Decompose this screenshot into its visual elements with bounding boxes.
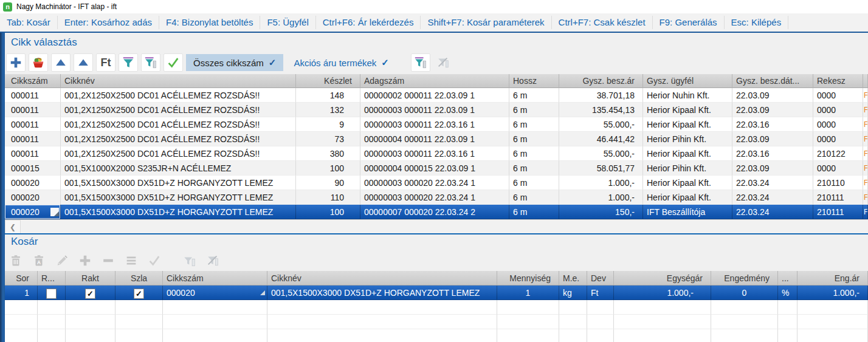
cikkszam-cell-focused[interactable]: 000020 (5, 205, 61, 219)
col-header-cikkszam[interactable]: Cikkszám (163, 271, 267, 286)
svg-text:A: A (37, 260, 41, 265)
table-row-selected[interactable]: 000020 001,5X1500X3000 DX51D+Z HORGANYZO… (5, 205, 868, 219)
empty-row[interactable] (5, 315, 868, 329)
section-title-cikk: Cikk választás (11, 36, 77, 49)
kosar-cikkszam-cell[interactable]: 000020 (163, 286, 267, 300)
filter-clear-icon (206, 254, 219, 267)
col-header-rakt[interactable]: Rakt (66, 271, 115, 286)
col-header-mennyiseg[interactable]: Mennyiség (497, 271, 559, 286)
app-window: n Nagy Machinátor - IFT alap - ift Tab: … (0, 0, 868, 342)
col-header-engar[interactable]: Eng.ár (797, 271, 868, 286)
scroll-left-icon: ❮ (10, 223, 16, 231)
horizontal-scrollbar[interactable]: ❮ (5, 219, 868, 234)
col-header-dots[interactable]: ... (778, 271, 797, 286)
check-icon (148, 254, 161, 267)
kosar-filter-button[interactable] (180, 251, 199, 270)
move-up-button[interactable] (51, 53, 71, 72)
table-row[interactable]: 000020001,5X1500X3000 DX51D+Z HORGANYZOT… (5, 190, 868, 205)
menu-item-tab-kosar[interactable]: Tab: Kosár (0, 16, 58, 29)
col-header-keszlet[interactable]: Készlet (296, 74, 360, 88)
accept-button[interactable] (145, 251, 164, 270)
kosar-table: Sor R... Rakt Szla Cikkszám Cikknév Menn… (5, 271, 868, 342)
pencil-icon (55, 254, 69, 267)
col-header-beszar[interactable]: Gysz. besz.ár (559, 74, 643, 88)
kosar-clear-filter-button[interactable] (203, 251, 222, 270)
window-title: Nagy Machinátor - IFT alap - ift (16, 2, 117, 11)
confirm-button[interactable] (164, 53, 183, 72)
col-header-ugyfel[interactable]: Gysz. ügyfél (643, 74, 732, 88)
filter-clear-icon (436, 56, 450, 69)
plus-icon (9, 56, 22, 69)
col-header-adagszam[interactable]: Adagszám (360, 74, 509, 88)
empty-row[interactable] (5, 300, 868, 315)
table-row[interactable]: 000011001,2X1250X2500 DC01 ACÉLLEMEZ ROZ… (5, 146, 868, 161)
delete-button[interactable] (6, 251, 26, 270)
basket-button[interactable] (29, 53, 48, 72)
table-row[interactable]: 000011001,2X1250X2500 DC01 ACÉLLEMEZ ROZ… (5, 88, 868, 103)
menu-item-enter-add[interactable]: Enter: Kosárhoz adás (58, 16, 159, 29)
remove-row-button[interactable] (98, 251, 118, 270)
cikk-table-header: Cikkszám Cikknév Készlet Adagszám Hossz … (5, 74, 868, 88)
menu-item-esc-exit[interactable]: Esc: Kilépés (725, 16, 789, 29)
menu-icon (125, 254, 138, 267)
menu-item-f4-load[interactable]: F4: Bizonylat betöltés (159, 16, 260, 29)
clear-filter-button[interactable] (433, 53, 453, 72)
add-row-button[interactable] (75, 251, 95, 270)
table-row[interactable]: 000011001,2X1250X2500 DC01 ACÉLLEMEZ ROZ… (5, 117, 868, 132)
empty-row[interactable] (5, 329, 868, 342)
scroll-left-button[interactable]: ❮ (5, 220, 21, 234)
cikk-toolbar: Ft Összes cikkszám ✓ Akciós áru termékek (6, 53, 453, 72)
col-header-szla[interactable]: Szla (115, 271, 163, 286)
col-header-hossz[interactable]: Hossz (509, 74, 559, 88)
menu-item-ctrlf6-price[interactable]: Ctrl+F6: Ár lekérdezés (316, 16, 421, 29)
filter-button[interactable] (119, 53, 138, 72)
table-row[interactable]: 000011001,2X1250X2500 DC01 ACÉLLEMEZ ROZ… (5, 103, 868, 117)
col-header-cikknev[interactable]: Cikknév (267, 271, 497, 286)
edit-button[interactable] (52, 251, 72, 270)
col-header-egysegar[interactable]: Egységár (614, 271, 711, 286)
col-header-cikkszam[interactable]: Cikkszám (5, 74, 61, 88)
delete-all-button[interactable]: A (29, 251, 49, 270)
filter-list-button[interactable] (141, 53, 160, 72)
checkbox-r[interactable] (38, 286, 66, 300)
currency-button[interactable]: Ft (96, 53, 115, 72)
move-up-alt-button[interactable] (74, 53, 93, 72)
add-button[interactable] (6, 53, 26, 72)
list-button[interactable] (122, 251, 141, 270)
menu-item-f5-customer[interactable]: F5: Ügyfél (260, 16, 315, 29)
table-row[interactable]: 000011001,2X1250X2500 DC01 ACÉLLEMEZ ROZ… (5, 132, 868, 146)
toggle-sale-items[interactable]: Akciós áru termékek ✓ (286, 54, 396, 71)
triangle-up-icon (77, 56, 90, 69)
check-icon: ✓ (269, 57, 277, 68)
kosar-toolbar: A (6, 251, 222, 270)
window-left-border (0, 33, 5, 342)
kosar-row-selected[interactable]: 1 ✓ ✓ 000020 001,5X1500X3000 DX51D+Z HOR… (5, 286, 868, 300)
apply-filter-button[interactable] (411, 53, 430, 72)
section-divider (5, 233, 868, 234)
toggle-all-items-label: Összes cikkszám (193, 58, 264, 68)
col-header-cikknev[interactable]: Cikknév (61, 74, 296, 88)
cell-dropdown-icon[interactable] (50, 208, 59, 216)
col-header-engedmeny[interactable]: Engedmény (711, 271, 778, 286)
menu-item-shiftf7-params[interactable]: Shift+F7: Kosár paraméterek (421, 16, 551, 29)
col-header-me[interactable]: M.e. (559, 271, 587, 286)
filter-list-icon (414, 56, 427, 69)
minus-icon (102, 254, 115, 267)
col-header-rekesz[interactable]: Rekesz (813, 74, 863, 88)
forint-icon: Ft (101, 57, 111, 68)
menu-item-ctrlf7-stock[interactable]: Ctrl+F7: Csak készlet (552, 16, 653, 29)
filter-list-icon (144, 56, 157, 69)
cell-dropdown-icon (260, 290, 265, 295)
plus-icon (78, 254, 92, 267)
checkbox-rakt[interactable]: ✓ (66, 286, 115, 300)
checkbox-szla[interactable]: ✓ (115, 286, 163, 300)
col-header-beszdat[interactable]: Gysz. besz.dát... (732, 74, 813, 88)
filter-list-icon (183, 254, 196, 267)
col-header-r[interactable]: R... (38, 271, 66, 286)
col-header-dev[interactable]: Dev (587, 271, 614, 286)
table-row[interactable]: 000020001,5X1500X3000 DX51D+Z HORGANYZOT… (5, 176, 868, 190)
table-row[interactable]: 000015001,5X1000X2000 S235JR+N ACÉLLEMEZ… (5, 161, 868, 176)
toggle-all-items[interactable]: Összes cikkszám ✓ (186, 54, 283, 71)
menu-item-f9-generate[interactable]: F9: Generálás (653, 16, 725, 29)
col-header-sor[interactable]: Sor (5, 271, 38, 286)
